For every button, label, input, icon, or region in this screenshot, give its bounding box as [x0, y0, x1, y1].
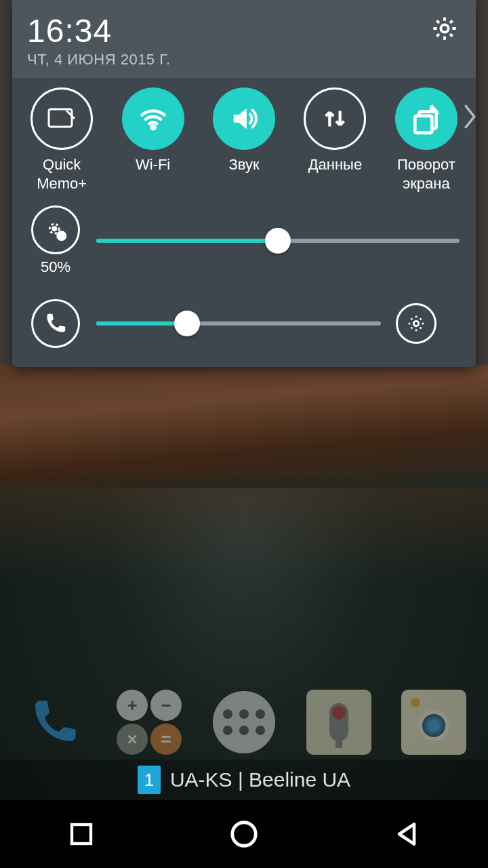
ringer-mode-button[interactable]: [31, 299, 80, 348]
apps-icon: [213, 691, 275, 753]
home-button[interactable]: [203, 810, 285, 858]
panel-header: 16:34 ЧТ, 4 ИЮНЯ 2015 Г.: [12, 0, 476, 78]
volume-slider[interactable]: [96, 321, 381, 326]
toggle-sound[interactable]: Звук: [199, 87, 289, 193]
gear-icon: [430, 14, 459, 43]
volume-row: [12, 294, 476, 353]
svg-point-10: [413, 321, 419, 326]
back-icon: [392, 819, 422, 849]
home-icon: [228, 818, 260, 850]
carrier-bar: 1 UA-KS | Beeline UA: [0, 760, 488, 800]
svg-rect-11: [72, 825, 91, 844]
toggle-label: Quick Memo+: [16, 155, 107, 193]
recorder-app[interactable]: [302, 685, 376, 760]
svg-point-3: [151, 125, 155, 129]
settings-button[interactable]: [428, 12, 461, 45]
svg-point-0: [441, 24, 448, 32]
clock-time[interactable]: 16:34: [27, 12, 171, 50]
wallpaper-mountain: [0, 366, 488, 502]
svg-text:C: C: [60, 233, 64, 239]
phone-icon: [43, 311, 68, 336]
brightness-slider[interactable]: [96, 239, 460, 243]
quick-settings-panel: 16:34 ЧТ, 4 ИЮНЯ 2015 Г. Quick Memo+: [12, 0, 476, 367]
rotate-icon: [409, 102, 443, 136]
svg-rect-5: [415, 116, 432, 133]
chevron-right-icon: [463, 103, 476, 130]
sound-icon: [227, 103, 261, 134]
data-icon: [319, 102, 350, 136]
memo-icon: [46, 105, 77, 132]
brightness-row: C 50%: [12, 200, 476, 281]
toggle-quickmemo[interactable]: Quick Memo+: [16, 87, 107, 193]
toggle-label: Данные: [308, 155, 362, 193]
phone-app-icon: [26, 694, 83, 751]
wifi-icon: [135, 104, 171, 134]
toggle-label: Поворот экрана: [381, 155, 472, 193]
svg-line-2: [66, 111, 75, 119]
toggle-rotate[interactable]: Поворот экрана: [381, 87, 472, 193]
home-dock: +− ×=: [0, 678, 488, 766]
volume-thumb[interactable]: [174, 311, 200, 336]
wallpaper-reflection: [0, 488, 488, 583]
calculator-app[interactable]: +− ×=: [112, 685, 186, 760]
gear-icon: [406, 313, 426, 334]
calculator-icon: +− ×=: [115, 688, 183, 756]
clock-date[interactable]: ЧТ, 4 ИЮНЯ 2015 Г.: [27, 51, 171, 68]
phone-app[interactable]: [17, 685, 92, 760]
carrier-text: UA-KS | Beeline UA: [170, 768, 350, 791]
brightness-fill: [96, 239, 278, 243]
toggle-label: Wi-Fi: [136, 155, 170, 193]
volume-fill: [96, 321, 187, 326]
camera-icon: [401, 690, 466, 755]
camera-app[interactable]: [396, 685, 471, 760]
recorder-icon: [306, 690, 371, 755]
brightness-icon: C: [41, 216, 70, 244]
auto-brightness-button[interactable]: C: [31, 205, 80, 254]
system-navbar: [0, 800, 488, 868]
app-drawer-button[interactable]: [207, 685, 281, 760]
recents-button[interactable]: [41, 810, 122, 858]
toggles-next-button[interactable]: [460, 100, 480, 134]
toggle-label: Звук: [228, 155, 259, 193]
sim-badge: 1: [138, 766, 161, 794]
recents-icon: [67, 820, 96, 848]
back-button[interactable]: [366, 810, 447, 858]
brightness-thumb[interactable]: [265, 228, 291, 254]
quick-toggles-row: Quick Memo+ Wi-Fi Звук: [12, 78, 476, 193]
volume-settings-button[interactable]: [396, 303, 436, 344]
toggle-data[interactable]: Данные: [289, 87, 380, 193]
brightness-percent: 50%: [41, 258, 70, 276]
toggle-wifi[interactable]: Wi-Fi: [107, 87, 198, 193]
svg-point-12: [232, 823, 256, 846]
svg-point-7: [53, 227, 56, 231]
